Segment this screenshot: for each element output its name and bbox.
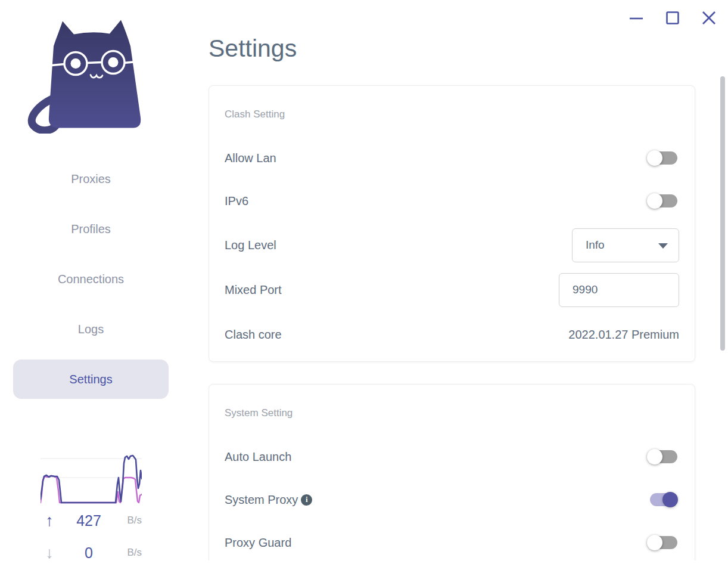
- upload-speed-row: ↑ 427 B/s: [39, 510, 142, 531]
- chevron-down-icon: [658, 243, 668, 249]
- toggle-knob: [647, 449, 662, 464]
- system-setting-section-title: System Setting: [225, 407, 293, 419]
- maximize-icon: [665, 10, 680, 26]
- sidebar-item-connections[interactable]: Connections: [13, 259, 169, 299]
- mixed-port-input[interactable]: [559, 273, 679, 307]
- clash-core-row: Clash core 2022.01.27 Premium: [225, 320, 679, 349]
- sidebar-item-proxies[interactable]: Proxies: [13, 159, 169, 199]
- log-level-label: Log Level: [225, 238, 276, 252]
- upload-series-line: [41, 456, 142, 503]
- toggle-knob: [647, 535, 662, 550]
- sidebar-item-settings[interactable]: Settings: [13, 360, 169, 399]
- auto-launch-row: Auto Launch: [225, 442, 679, 472]
- mixed-port-label: Mixed Port: [225, 283, 282, 297]
- allow-lan-toggle[interactable]: [647, 150, 678, 166]
- close-button[interactable]: [702, 10, 716, 26]
- sidebar-item-profiles[interactable]: Profiles: [13, 209, 169, 249]
- clash-core-version: 2022.01.27 Premium: [568, 328, 679, 342]
- page-title: Settings: [209, 35, 297, 63]
- toggle-knob: [647, 150, 662, 166]
- sidebar-item-logs[interactable]: Logs: [13, 309, 169, 349]
- maximize-button[interactable]: [665, 10, 680, 26]
- clash-setting-section-title: Clash Setting: [225, 109, 285, 120]
- download-series-line: [41, 476, 142, 503]
- ipv6-row: IPv6: [225, 186, 679, 216]
- auto-launch-label: Auto Launch: [225, 450, 291, 464]
- window-controls: [629, 10, 716, 26]
- clash-cat-logo: [21, 16, 146, 134]
- system-proxy-row: System Proxy i: [225, 485, 679, 515]
- toggle-knob: [662, 492, 678, 507]
- toggle-knob: [647, 193, 662, 209]
- system-setting-card: System Setting Auto Launch System Proxy …: [209, 384, 695, 560]
- download-speed-value: 0: [60, 544, 118, 562]
- minimize-button[interactable]: [629, 10, 643, 26]
- download-speed-row: ↓ 0 B/s: [39, 543, 142, 563]
- proxy-guard-label: Proxy Guard: [225, 536, 291, 550]
- allow-lan-row: Allow Lan: [225, 143, 679, 173]
- close-icon: [702, 10, 716, 26]
- clash-setting-card: Clash Setting Allow Lan IPv6 Log Level I…: [209, 85, 695, 362]
- log-level-selected-value: Info: [573, 238, 605, 252]
- vertical-scrollbar-thumb[interactable]: [720, 76, 725, 351]
- auto-launch-toggle[interactable]: [647, 448, 678, 465]
- mixed-port-row: Mixed Port: [225, 272, 679, 307]
- upload-arrow-icon: ↑: [39, 513, 60, 529]
- log-level-row: Log Level Info: [225, 228, 679, 262]
- upload-speed-unit: B/s: [118, 515, 142, 526]
- log-level-select[interactable]: Info: [572, 228, 679, 262]
- info-icon[interactable]: i: [301, 494, 312, 506]
- ipv6-label: IPv6: [225, 194, 248, 208]
- download-speed-unit: B/s: [118, 547, 142, 559]
- ipv6-toggle[interactable]: [647, 193, 678, 209]
- clash-core-label: Clash core: [225, 328, 282, 342]
- upload-speed-value: 427: [60, 512, 118, 529]
- minimize-icon: [629, 10, 643, 26]
- proxy-guard-row: Proxy Guard: [225, 528, 679, 557]
- allow-lan-label: Allow Lan: [225, 151, 276, 165]
- download-arrow-icon: ↓: [39, 545, 60, 561]
- sidebar: Proxies Profiles Connections Logs Settin…: [0, 0, 182, 570]
- traffic-graph: [41, 451, 142, 504]
- settings-scroll-area: Clash Setting Allow Lan IPv6 Log Level I…: [209, 78, 697, 560]
- system-proxy-toggle[interactable]: [647, 491, 678, 508]
- proxy-guard-toggle[interactable]: [647, 534, 678, 551]
- system-proxy-label: System Proxy: [225, 493, 298, 507]
